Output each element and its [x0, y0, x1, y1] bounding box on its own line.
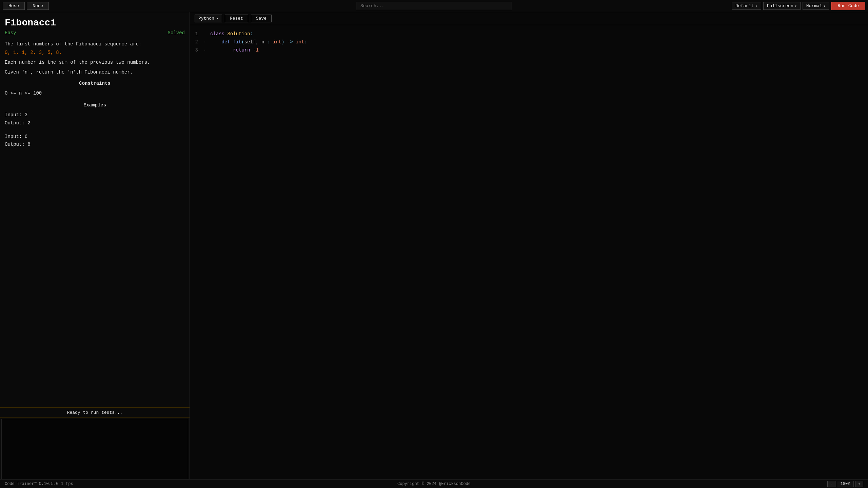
line-code-2: def fib(self, n : int) -> int: [210, 38, 307, 46]
example2-output: Output: 8 [5, 141, 185, 149]
line-dot-2: · [203, 38, 210, 46]
fullscreen-dropdown[interactable]: Fullscreen [763, 2, 801, 10]
fib-sequence: 0, 1, 1, 2, 3, 5, 8. [5, 50, 185, 55]
line-dot-3: · [203, 46, 210, 54]
line-code-1: class Solution: [210, 30, 253, 38]
problem-description-1: The first numbers of the Fibonacci seque… [5, 40, 185, 48]
language-select[interactable]: Python [195, 15, 222, 22]
example1-output: Output: 2 [5, 119, 185, 127]
nav-btn-1[interactable]: Hose [3, 2, 25, 10]
reset-button[interactable]: Reset [225, 15, 248, 22]
line-number-1: 1 [190, 30, 203, 38]
line-number-3: 3 [190, 46, 203, 54]
problem-description-2: Each number is the sum of the previous t… [5, 59, 185, 66]
problem-title: Fibonacci [5, 18, 185, 28]
bottom-bar: Code Trainer™ 0.10.5.0 1 fps Copyright ©… [0, 479, 868, 488]
difficulty-badge: Easy [5, 30, 16, 36]
test-status-bar: Ready to run tests... [0, 408, 190, 418]
constraint-1: 0 <= n <= 100 [5, 89, 185, 98]
editor-toolbar: Python Reset Save [190, 12, 868, 25]
code-line-1: 1 class Solution: [190, 30, 868, 38]
zoom-plus-button[interactable]: + [855, 481, 863, 487]
status-badge: Solved [168, 30, 185, 36]
search-bar [356, 2, 512, 10]
top-right-controls: Default Fullscreen Normal Run Code [732, 2, 865, 10]
main-layout: Fibonacci Easy Solved The first numbers … [0, 12, 868, 488]
nav-btn-2[interactable]: None [27, 2, 49, 10]
search-input[interactable] [356, 2, 512, 10]
difficulty-row: Easy Solved [5, 30, 185, 36]
zoom-level: 180% [837, 481, 854, 487]
example2-input: Input: 6 [5, 133, 185, 141]
code-line-2: 2 · def fib(self, n : int) -> int: [190, 38, 868, 46]
save-button[interactable]: Save [251, 15, 272, 22]
left-panel: Fibonacci Easy Solved The first numbers … [0, 12, 190, 488]
run-code-button[interactable]: Run Code [831, 2, 865, 10]
line-number-2: 2 [190, 38, 203, 46]
normal-dropdown[interactable]: Normal [803, 2, 829, 10]
copyright-text: Copyright © 2024 @EricksonCode [397, 482, 471, 486]
code-line-3: 3 · return -1 [190, 46, 868, 54]
version-info: Code Trainer™ 0.10.5.0 1 fps [5, 482, 73, 486]
line-code-3: return -1 [210, 46, 259, 54]
default-dropdown[interactable]: Default [732, 2, 761, 10]
zoom-controls: - 180% + [827, 481, 863, 487]
problem-description-3: Given 'n', return the 'n'th Fibonacci nu… [5, 68, 185, 76]
examples-title: Examples [5, 102, 185, 108]
constraints-title: Constraints [5, 81, 185, 86]
example1-input: Input: 3 [5, 111, 185, 119]
top-bar: Hose None Default Fullscreen Normal Run … [0, 0, 868, 12]
problem-area: Fibonacci Easy Solved The first numbers … [0, 12, 190, 408]
code-editor[interactable]: 1 class Solution: 2 · def fib(self, n : … [190, 25, 868, 488]
editor-panel: Python Reset Save 1 class Solution: 2 · … [190, 12, 868, 488]
output-area [1, 419, 188, 487]
zoom-minus-button[interactable]: - [827, 481, 835, 487]
